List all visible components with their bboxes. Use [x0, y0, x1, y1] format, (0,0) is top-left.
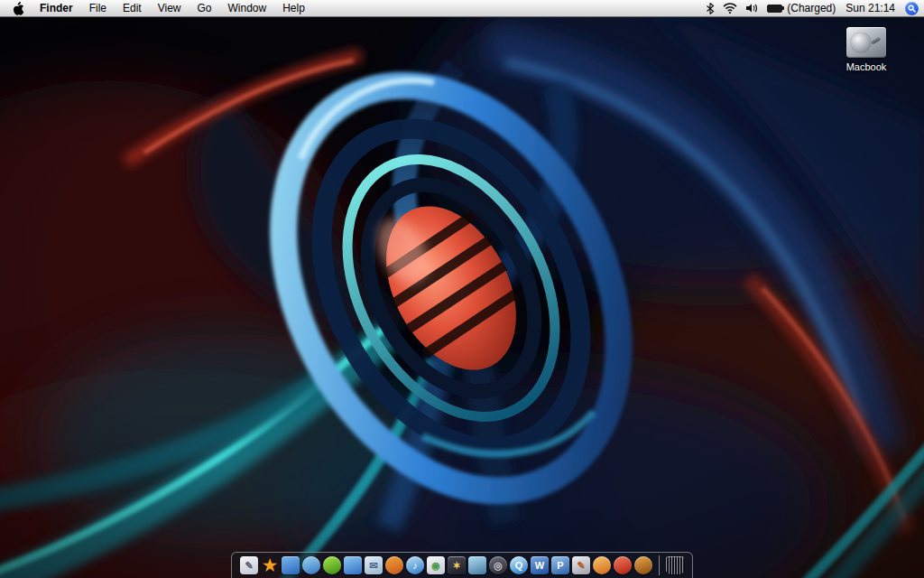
menu-file[interactable]: File	[81, 0, 115, 16]
menu-help[interactable]: Help	[274, 0, 313, 16]
desktop-icon-macbook[interactable]: Macbook	[828, 27, 904, 72]
dock-icon-letter-q[interactable]: Q	[510, 556, 528, 574]
dock-icon-globe[interactable]	[302, 556, 320, 574]
disc-glyph: ◎	[494, 561, 503, 571]
spotlight-icon[interactable]	[905, 2, 919, 15]
menu-window[interactable]: Window	[220, 0, 275, 16]
dock-icon-orange-star[interactable]: ★	[261, 556, 279, 574]
dock-icon-photo[interactable]	[468, 556, 486, 574]
dock-icon-document[interactable]: ✎	[240, 556, 258, 574]
dock-icon-envelope[interactable]: ✉	[365, 556, 383, 574]
hard-drive-icon	[846, 27, 886, 58]
dock-icon-orange-planet[interactable]	[385, 556, 403, 574]
dark-star-glyph: ✶	[452, 561, 460, 571]
dock-icon-green-sphere[interactable]	[323, 556, 341, 574]
document-glyph: ✎	[245, 561, 253, 571]
drive-arm	[871, 37, 882, 45]
magnifier-glyph	[908, 5, 916, 13]
apple-menu[interactable]	[5, 0, 32, 16]
dock-icon-red-sphere[interactable]	[614, 556, 632, 574]
menu-edit[interactable]: Edit	[115, 0, 150, 16]
dock-icon-music-note[interactable]: ♪	[406, 556, 424, 574]
volume-icon[interactable]	[745, 3, 759, 14]
menu-bar-left: Finder File Edit View Go Window Help	[5, 0, 313, 16]
desktop-screen: Finder File Edit View Go Window Help	[0, 0, 924, 578]
menu-go[interactable]: Go	[189, 0, 220, 16]
dock-icon-pen[interactable]: ✎	[572, 556, 590, 574]
battery-indicator[interactable]: (Charged)	[767, 2, 836, 14]
orange-star-glyph: ★	[263, 557, 277, 573]
menu-clock[interactable]: Sun 21:14	[844, 2, 897, 14]
flower-glyph: ◉	[431, 561, 440, 571]
wallpaper-art	[0, 17, 924, 578]
letter-q-glyph: Q	[515, 561, 523, 571]
apple-logo-icon	[13, 2, 24, 15]
wifi-icon[interactable]	[723, 3, 737, 14]
dock-icon-orange-sphere[interactable]	[593, 556, 611, 574]
drive-platter	[851, 33, 871, 52]
dock-icon-flower[interactable]: ◉	[427, 556, 445, 574]
menu-app-finder[interactable]: Finder	[32, 0, 81, 16]
music-note-glyph: ♪	[412, 561, 418, 571]
bluetooth-icon[interactable]	[706, 3, 715, 14]
menu-bar: Finder File Edit View Go Window Help	[0, 0, 924, 17]
menu-bar-status: (Charged) Sun 21:14	[706, 0, 919, 16]
dock-icon-chat-bubble[interactable]	[344, 556, 362, 574]
dock-divider	[659, 555, 660, 575]
dock-icon-blue-face[interactable]	[282, 556, 300, 574]
envelope-glyph: ✉	[369, 561, 377, 571]
drive-icon-label: Macbook	[846, 61, 887, 72]
letter-p-glyph: P	[557, 561, 563, 571]
battery-icon	[767, 5, 782, 13]
wallpaper	[0, 17, 924, 578]
dock-icons: ✎★✉♪◉✶◎QWP✎	[231, 552, 693, 578]
dock-icon-amber-sphere[interactable]	[634, 556, 652, 574]
menu-view[interactable]: View	[150, 0, 189, 16]
letter-w-glyph: W	[535, 561, 544, 571]
dock-icon-letter-p[interactable]: P	[551, 556, 569, 574]
dock-icon-disc[interactable]: ◎	[489, 556, 507, 574]
dock-icon-dark-star[interactable]: ✶	[448, 556, 466, 574]
dock-icon-trash[interactable]	[666, 556, 684, 574]
dock: ✎★✉♪◉✶◎QWP✎	[231, 552, 693, 578]
pen-glyph: ✎	[577, 561, 585, 571]
battery-label: (Charged)	[787, 2, 836, 14]
dock-icon-letter-w[interactable]: W	[531, 556, 549, 574]
